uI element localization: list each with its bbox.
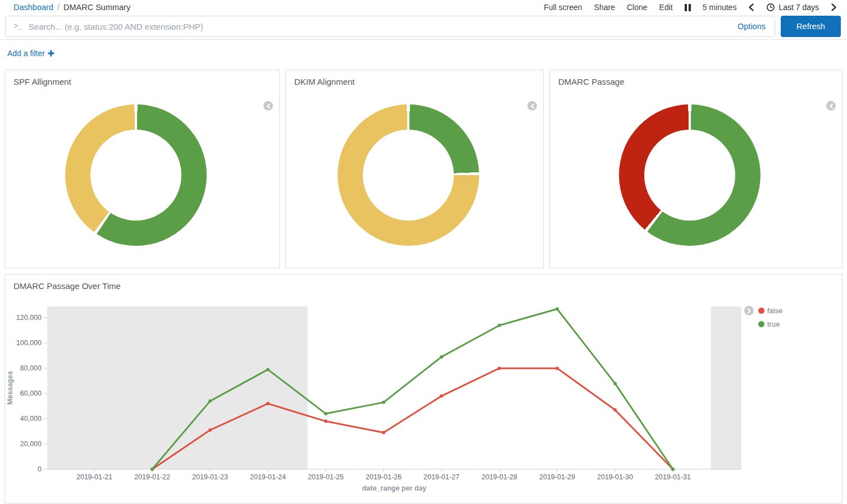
data-point-false <box>555 366 559 370</box>
panel-title: DMARC Passage <box>550 70 842 86</box>
breadcrumb: Dashboard / DMARC Summary <box>13 3 130 12</box>
clock-icon <box>766 3 775 12</box>
donut-chart[interactable] <box>338 104 479 246</box>
chart-legend: falsetrue <box>758 306 782 328</box>
refresh-interval-label[interactable]: 5 minutes <box>703 3 737 12</box>
data-point-false <box>324 420 327 423</box>
data-point-true <box>324 412 327 415</box>
x-tick-label: 2019-01-26 <box>366 473 402 481</box>
add-filter-label: Add a filter <box>7 49 45 58</box>
data-point-true <box>382 401 385 404</box>
donut-chart[interactable] <box>65 104 207 246</box>
top-menu: Full screen Share Clone Edit 5 minutes L… <box>544 3 837 12</box>
breadcrumb-current: DMARC Summary <box>63 3 130 12</box>
data-point-false <box>208 428 212 432</box>
menu-edit[interactable]: Edit <box>659 3 673 12</box>
search-input[interactable] <box>29 22 731 31</box>
y-axis-title: Messages <box>6 371 14 405</box>
search-bar: >_ Options <box>5 16 775 37</box>
dashboard-row-1: SPF Allignment DKIM Alignment DMARC Pass… <box>4 70 843 268</box>
line-chart: 2019-01-212019-01-222019-01-232019-01-24… <box>5 274 843 503</box>
refresh-button[interactable]: Refresh <box>781 16 841 37</box>
legend-label: true <box>767 320 780 328</box>
chevron-left-icon <box>266 103 271 109</box>
x-tick-label: 2019-01-31 <box>655 473 691 481</box>
panel-dmarc-over-time: DMARC Passage Over Time 2019-01-212019-0… <box>4 274 843 503</box>
chevron-left-icon <box>748 3 754 12</box>
x-tick-label: 2019-01-22 <box>134 473 170 481</box>
legend-dot-true <box>758 321 764 327</box>
chevron-right-icon <box>831 3 837 12</box>
legend-item-true[interactable]: true <box>758 320 782 328</box>
dashboard-grid: SPF Allignment DKIM Alignment DMARC Pass… <box>0 69 847 503</box>
legend-collapse-button[interactable] <box>527 101 537 111</box>
query-bar-section: >_ Options Refresh <box>0 13 847 40</box>
data-point-true <box>266 368 270 371</box>
data-point-false <box>440 395 443 398</box>
x-tick-label: 2019-01-29 <box>539 473 575 481</box>
panel-title: SPF Allignment <box>5 70 279 86</box>
x-tick-label: 2019-01-27 <box>424 473 459 481</box>
data-point-true <box>208 400 212 403</box>
y-tick-label: 0 <box>38 465 42 473</box>
panel-dkim-alignment: DKIM Alignment <box>285 70 544 268</box>
menu-share[interactable]: Share <box>594 3 615 12</box>
panel-spf-alignment: SPF Allignment <box>4 70 280 268</box>
panel-title: DKIM Alignment <box>286 70 543 86</box>
plus-icon <box>48 50 54 57</box>
time-forward-button[interactable] <box>831 3 837 12</box>
x-tick-label: 2019-01-30 <box>597 473 633 481</box>
partial-data-band <box>47 306 308 469</box>
legend-item-false[interactable]: false <box>758 306 782 315</box>
donut-chart[interactable] <box>619 104 761 246</box>
filter-bar: Add a filter <box>0 40 847 69</box>
x-tick-label: 2019-01-28 <box>481 473 517 481</box>
top-navbar: Dashboard / DMARC Summary Full screen Sh… <box>0 0 847 13</box>
legend-label: false <box>767 306 782 315</box>
data-point-false <box>613 408 617 411</box>
data-point-false <box>266 402 270 405</box>
panel-dmarc-passage: DMARC Passage <box>549 70 843 268</box>
options-link[interactable]: Options <box>737 22 766 31</box>
breadcrumb-dashboard-link[interactable]: Dashboard <box>13 3 53 12</box>
legend-collapse-button[interactable] <box>263 101 273 111</box>
y-tick-label: 60,000 <box>20 390 42 397</box>
add-filter-link[interactable]: Add a filter <box>7 49 54 58</box>
chevron-left-icon <box>530 103 535 109</box>
data-point-false <box>498 366 501 370</box>
time-range-label: Last 7 days <box>778 3 819 12</box>
x-axis-title: date_range per day <box>362 484 427 492</box>
menu-full-screen[interactable]: Full screen <box>544 3 582 12</box>
y-tick-label: 100,000 <box>16 339 42 347</box>
legend-dot-false <box>758 308 764 314</box>
y-tick-label: 20,000 <box>20 440 42 448</box>
y-tick-label: 120,000 <box>16 314 42 322</box>
data-point-true <box>671 468 675 471</box>
data-point-true <box>613 382 617 385</box>
x-tick-label: 2019-01-24 <box>250 473 286 481</box>
data-point-true <box>440 355 443 359</box>
chevron-left-icon <box>829 103 834 109</box>
x-tick-label: 2019-01-21 <box>76 473 112 481</box>
data-point-true <box>151 468 154 471</box>
data-point-true <box>555 307 559 310</box>
data-point-false <box>382 431 385 434</box>
data-point-true <box>498 324 501 327</box>
legend-expand-button[interactable] <box>744 306 754 315</box>
time-back-button[interactable] <box>748 3 754 12</box>
breadcrumb-separator: / <box>57 3 60 12</box>
menu-clone[interactable]: Clone <box>627 3 648 12</box>
time-range-picker[interactable]: Last 7 days <box>766 3 819 12</box>
console-prompt-icon: >_ <box>13 22 22 31</box>
pause-auto-refresh-button[interactable] <box>685 4 691 11</box>
partial-data-band <box>711 306 741 469</box>
legend-collapse-button[interactable] <box>826 101 836 111</box>
x-tick-label: 2019-01-23 <box>192 473 228 481</box>
y-tick-label: 40,000 <box>20 415 42 423</box>
y-tick-label: 80,000 <box>20 364 42 372</box>
x-tick-label: 2019-01-25 <box>308 473 344 481</box>
panel-title: DMARC Passage Over Time <box>5 274 842 291</box>
chevron-right-icon <box>747 308 752 314</box>
